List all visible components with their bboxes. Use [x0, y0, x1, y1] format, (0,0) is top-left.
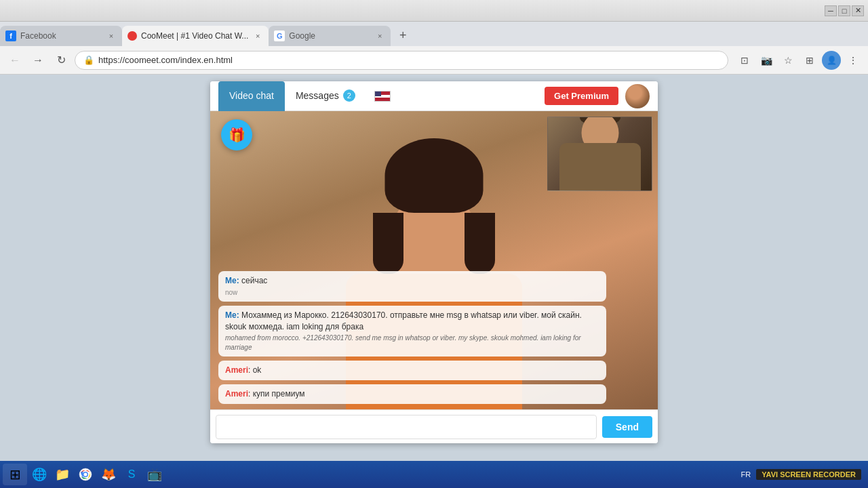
pip-shirt	[559, 143, 641, 190]
url-bar[interactable]: 🔒 https://coomeet.com/index.en.html	[75, 51, 728, 70]
google-favicon-icon: G	[274, 30, 285, 41]
chat-message-4: Ameri: купи премиум	[218, 384, 606, 404]
screenshot-icon[interactable]: 📷	[757, 51, 776, 70]
new-tab-button[interactable]: +	[393, 26, 412, 45]
hair-side-left	[373, 213, 403, 274]
tab-facebook[interactable]: f Facebook ×	[0, 26, 122, 46]
skype-icon[interactable]: S	[121, 464, 142, 485]
msg-sender-2: Me:	[225, 310, 239, 320]
back-button[interactable]: ←	[5, 51, 24, 70]
video-area: 🎁 Me: сейчас now Me: Мохаммед из Марокко…	[210, 111, 658, 409]
gift-button[interactable]: 🎁	[221, 119, 252, 150]
page-content: Video chat Messages 2 Get Premium	[0, 75, 868, 488]
reload-button[interactable]: ↻	[52, 51, 71, 70]
msg-sender-1: Me:	[225, 276, 239, 285]
bookmark-icon[interactable]: ☆	[778, 51, 797, 70]
coomeet-app: Video chat Messages 2 Get Premium	[210, 81, 658, 443]
tab-bar: f Facebook × CooMeet | #1 Video Chat W..…	[0, 22, 868, 46]
app-icon[interactable]: 📺	[144, 464, 165, 485]
video-chat-tab-label: Video chat	[229, 90, 274, 101]
language-flag-icon[interactable]	[374, 91, 391, 102]
lock-icon: 🔒	[83, 55, 94, 65]
taskbar: ⊞ 🌐 📁 🦊 S 📺 FR YAVI SCREEN	[0, 461, 868, 488]
app-header: Video chat Messages 2 Get Premium	[210, 81, 658, 111]
close-button[interactable]: ✕	[852, 5, 864, 16]
coomeet-favicon-icon	[127, 31, 137, 41]
address-bar: ← → ↻ 🔒 https://coomeet.com/index.en.htm…	[0, 46, 868, 75]
firefox-icon[interactable]: 🦊	[98, 464, 119, 485]
menu-icon[interactable]: ⋮	[844, 51, 863, 70]
language-indicator: FR	[741, 470, 751, 479]
apps-icon[interactable]: ⊞	[800, 51, 819, 70]
svg-point-3	[84, 473, 87, 476]
tab-google-label: Google	[289, 31, 370, 41]
tab-facebook-label: Facebook	[20, 31, 102, 41]
explorer-icon[interactable]: 📁	[52, 464, 73, 485]
minimize-button[interactable]: ─	[825, 5, 837, 16]
window-controls: ─ □ ✕	[825, 5, 864, 16]
taskbar-tray: FR YAVI SCREEN RECORDER	[737, 469, 865, 480]
title-bar: ─ □ ✕	[0, 0, 868, 22]
ie-icon[interactable]: 🌐	[28, 464, 50, 485]
app-tab-video-chat[interactable]: Video chat	[218, 81, 285, 111]
hair	[385, 138, 484, 213]
maximize-button[interactable]: □	[838, 5, 850, 16]
tab-coomeet-close[interactable]: ×	[252, 30, 263, 41]
messages-tab-label: Messages	[296, 90, 339, 101]
tab-facebook-close[interactable]: ×	[106, 30, 117, 41]
msg-text-3: ok	[253, 365, 262, 375]
tab-coomeet-label: CooMeet | #1 Video Chat W...	[141, 31, 248, 41]
msg-text-4: купи премиум	[253, 389, 305, 399]
tab-google-close[interactable]: ×	[374, 30, 385, 41]
url-text: https://coomeet.com/index.en.html	[98, 55, 719, 65]
msg-time-1: now	[225, 288, 599, 298]
user-avatar	[625, 84, 650, 108]
msg-colon-3: :	[248, 365, 253, 375]
cast-icon[interactable]: ⊡	[735, 51, 754, 70]
chat-message-3: Ameri: ok	[218, 361, 606, 380]
chrome-icon[interactable]	[75, 464, 96, 485]
msg-sender-3: Ameri	[225, 365, 248, 375]
fb-favicon-icon: f	[5, 30, 16, 41]
tab-coomeet[interactable]: CooMeet | #1 Video Chat W... ×	[122, 26, 269, 46]
profile-avatar[interactable]: 👤	[822, 51, 841, 70]
msg-sender-4: Ameri	[225, 389, 248, 399]
chat-overlay: Me: сейчас now Me: Мохаммед из Марокко. …	[210, 266, 658, 409]
start-button[interactable]: ⊞	[3, 464, 27, 485]
app-tab-messages[interactable]: Messages 2	[285, 81, 366, 111]
hair-side-right	[465, 213, 495, 274]
toolbar-icons: ⊡ 📷 ☆ ⊞ 👤 ⋮	[735, 51, 863, 70]
chat-message-1: Me: сейчас now	[218, 271, 606, 302]
tab-google[interactable]: G Google ×	[269, 26, 391, 46]
send-button[interactable]: Send	[602, 416, 652, 438]
msg-text-1: сейчас	[241, 276, 267, 285]
pip-video	[547, 117, 652, 191]
get-premium-button[interactable]: Get Premium	[545, 87, 618, 105]
message-input[interactable]	[216, 415, 597, 439]
chat-input-area: Send	[210, 409, 658, 443]
recorder-label: YAVI SCREEN RECORDER	[756, 469, 861, 480]
messages-badge: 2	[343, 89, 355, 102]
chat-message-2: Me: Мохаммед из Марокко. 212643030170. о…	[218, 306, 606, 357]
msg-text-2: Мохаммед из Марокко. 212643030170. отпра…	[225, 310, 582, 331]
browser-frame: ─ □ ✕ f Facebook × CooMeet | #1 Video Ch…	[0, 0, 868, 488]
avatar-image	[625, 84, 650, 108]
msg-translation-2: mohamed from morocco. +212643030170. sen…	[225, 333, 599, 352]
forward-button[interactable]: →	[28, 51, 47, 70]
msg-colon-4: :	[248, 389, 253, 399]
